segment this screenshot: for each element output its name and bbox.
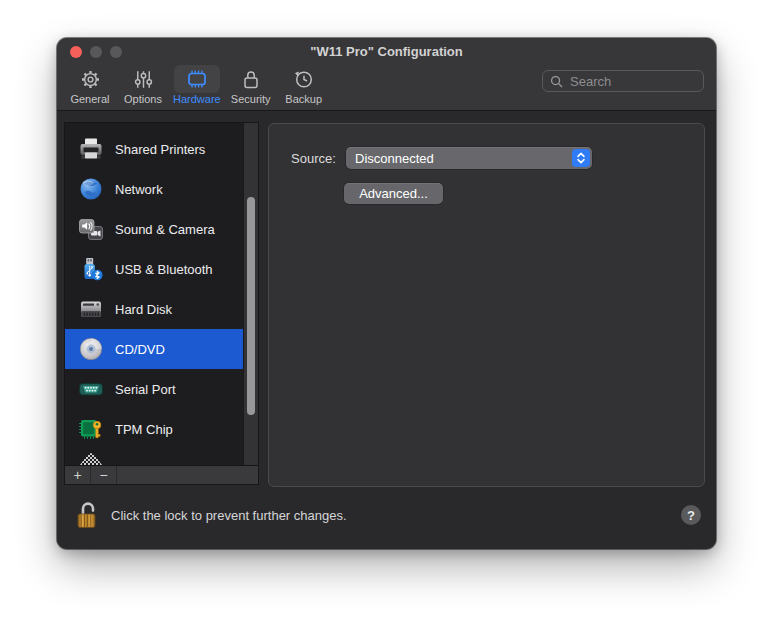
sidebar-item-hard-disk[interactable]: Hard Disk <box>65 289 244 329</box>
sidebar-scrollbar-track[interactable] <box>243 123 258 466</box>
sidebar-item-shared-printers[interactable]: Shared Printers <box>65 129 244 169</box>
sidebar-item-label: CD/DVD <box>115 342 165 357</box>
partial-next-item-icon <box>80 453 102 465</box>
lock-icon <box>228 65 274 93</box>
chip-icon <box>174 65 220 93</box>
speaker-camera-icon <box>78 216 104 242</box>
source-row: Source: Disconnected <box>291 147 592 169</box>
sidebar-item-sound-camera[interactable]: Sound & Camera <box>65 209 244 249</box>
tab-options-label: Options <box>124 93 162 106</box>
window-title: "W11 Pro" Configuration <box>57 44 716 59</box>
cd-disc-icon <box>78 336 104 362</box>
hardware-list: Shared Printers Network <box>65 123 244 466</box>
tab-general[interactable]: General <box>67 65 113 106</box>
sidebar-scrollbar-thumb[interactable] <box>247 197 255 415</box>
gear-icon <box>67 65 113 93</box>
window-content: Shared Printers Network <box>57 111 716 549</box>
add-device-button[interactable]: + <box>65 466 91 484</box>
sidebar-item-label: Hard Disk <box>115 302 172 317</box>
sliders-icon <box>120 65 166 93</box>
source-label: Source: <box>291 151 346 166</box>
tab-backup[interactable]: Backup <box>281 65 327 106</box>
sidebar-item-label: Network <box>115 182 163 197</box>
lock-open-icon[interactable] <box>75 500 101 530</box>
question-icon: ? <box>687 508 695 523</box>
tab-general-label: General <box>70 93 109 106</box>
sidebar-item-label: TPM Chip <box>115 422 173 437</box>
search-icon <box>550 75 563 88</box>
configuration-window: "W11 Pro" Configuration General <box>57 38 716 549</box>
tab-security[interactable]: Security <box>228 65 274 106</box>
sidebar-item-label: USB & Bluetooth <box>115 262 213 277</box>
tpm-chip-icon <box>78 416 104 442</box>
advanced-button[interactable]: Advanced... <box>344 183 443 204</box>
printer-icon <box>78 136 104 162</box>
sidebar-item-serial-port[interactable]: Serial Port <box>65 369 244 409</box>
globe-icon <box>78 176 104 202</box>
window-header: "W11 Pro" Configuration General <box>57 38 716 111</box>
help-button[interactable]: ? <box>681 505 701 525</box>
tab-options[interactable]: Options <box>120 65 166 106</box>
usb-bluetooth-icon <box>78 256 104 282</box>
advanced-button-label: Advanced... <box>359 186 428 201</box>
search-field <box>542 70 704 92</box>
tab-security-label: Security <box>231 93 271 106</box>
plus-icon: + <box>73 468 81 482</box>
sidebar-item-label: Sound & Camera <box>115 222 215 237</box>
lock-message: Click the lock to prevent further change… <box>111 508 671 523</box>
minus-icon: − <box>99 468 107 482</box>
tab-hardware-label: Hardware <box>173 93 221 106</box>
hard-disk-icon <box>78 296 104 322</box>
toolbar-tabs: General Options <box>67 65 327 106</box>
clock-backup-icon <box>281 65 327 93</box>
hardware-sidebar: Shared Printers Network <box>65 123 258 484</box>
dropdown-stepper-icon <box>572 149 590 167</box>
tab-backup-label: Backup <box>285 93 322 106</box>
sidebar-item-cd-dvd[interactable]: CD/DVD <box>65 329 244 369</box>
cd-dvd-settings-panel: Source: Disconnected Advanced... <box>268 123 705 487</box>
source-dropdown-value: Disconnected <box>355 151 434 166</box>
tab-hardware[interactable]: Hardware <box>173 65 221 106</box>
sidebar-item-network[interactable]: Network <box>65 169 244 209</box>
source-dropdown[interactable]: Disconnected <box>346 147 592 169</box>
window-footer: Click the lock to prevent further change… <box>75 500 701 530</box>
remove-device-button[interactable]: − <box>91 466 117 484</box>
sidebar-footer: + − <box>65 465 258 484</box>
sidebar-item-label: Serial Port <box>115 382 176 397</box>
search-input[interactable] <box>568 73 696 90</box>
sidebar-item-usb-bluetooth[interactable]: USB & Bluetooth <box>65 249 244 289</box>
sidebar-item-tpm-chip[interactable]: TPM Chip <box>65 409 244 449</box>
serial-port-icon <box>78 376 104 402</box>
sidebar-item-label: Shared Printers <box>115 142 205 157</box>
